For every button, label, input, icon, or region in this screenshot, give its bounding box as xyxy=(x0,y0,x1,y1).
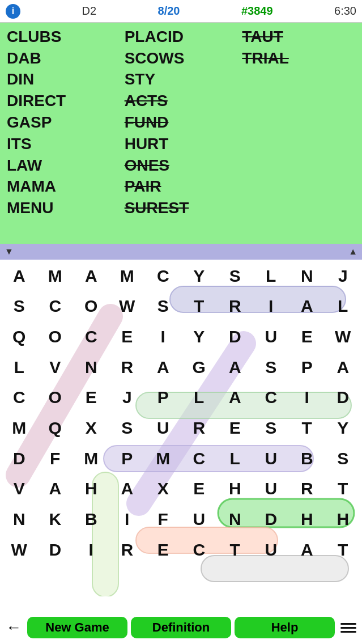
grid-cell[interactable]: R xyxy=(109,352,146,383)
grid-cell[interactable]: C xyxy=(1,383,37,413)
grid-cell[interactable]: L xyxy=(1,352,37,383)
grid-cell[interactable]: Q xyxy=(1,321,37,352)
grid-cell[interactable]: I xyxy=(73,535,109,565)
grid-cell[interactable]: U xyxy=(145,413,181,443)
grid-cell[interactable]: H xyxy=(325,504,361,535)
new-game-button[interactable]: New Game xyxy=(27,617,127,638)
grid-cell[interactable]: S xyxy=(1,291,37,322)
grid-cell[interactable]: C xyxy=(253,383,289,413)
grid-cell[interactable]: A xyxy=(145,352,181,383)
grid-cell[interactable]: S xyxy=(253,352,289,383)
grid-cell[interactable] xyxy=(181,565,218,595)
word-item[interactable] xyxy=(240,207,357,209)
definition-button[interactable]: Definition xyxy=(131,617,231,638)
grid-cell[interactable]: S xyxy=(253,413,289,443)
back-arrow-icon[interactable]: ← xyxy=(3,618,24,637)
word-item[interactable] xyxy=(240,100,357,101)
grid-cell[interactable]: B xyxy=(289,443,325,474)
grid-cell[interactable]: D xyxy=(217,321,253,352)
grid-cell[interactable]: N xyxy=(289,261,325,291)
grid-cell[interactable]: H xyxy=(73,473,109,504)
word-item[interactable]: MAMA xyxy=(5,177,122,196)
grid-cell[interactable]: D xyxy=(37,535,74,565)
grid-cell[interactable]: F xyxy=(37,443,74,474)
grid-cell[interactable]: X xyxy=(73,413,109,443)
grid-cell[interactable]: L xyxy=(325,291,361,322)
help-button[interactable]: Help xyxy=(235,617,335,638)
word-item[interactable]: ACTS xyxy=(122,91,240,111)
grid-cell[interactable]: Y xyxy=(181,261,218,291)
grid-cell[interactable] xyxy=(37,565,74,595)
grid-cell[interactable]: J xyxy=(109,383,146,413)
grid-cell[interactable]: I xyxy=(109,504,146,535)
grid-cell[interactable]: V xyxy=(37,352,74,383)
grid-cell[interactable]: A xyxy=(37,473,74,504)
grid-cell[interactable]: M xyxy=(37,261,74,291)
grid-cell[interactable]: I xyxy=(253,291,289,322)
grid-cell[interactable]: H xyxy=(217,473,253,504)
grid-cell[interactable]: T xyxy=(217,535,253,565)
word-item[interactable]: PAIR xyxy=(122,177,240,196)
grid-cell[interactable]: R xyxy=(217,291,253,322)
grid-cell[interactable] xyxy=(217,565,253,595)
word-item[interactable] xyxy=(240,143,357,145)
word-item[interactable]: CLUBS xyxy=(5,27,122,46)
word-item[interactable]: GASP xyxy=(5,113,122,132)
grid-cell[interactable]: U xyxy=(253,443,289,474)
grid-cell[interactable]: S xyxy=(109,413,146,443)
word-item[interactable]: LAW xyxy=(5,156,122,175)
grid-cell[interactable]: S xyxy=(145,291,181,322)
grid-cell[interactable]: N xyxy=(217,504,253,535)
grid-cell[interactable]: H xyxy=(289,504,325,535)
grid-cell[interactable]: D xyxy=(253,504,289,535)
grid-cell[interactable]: A xyxy=(217,383,253,413)
scroll-down-arrow[interactable]: ▼ xyxy=(5,247,14,257)
grid-cell[interactable]: K xyxy=(37,504,74,535)
grid-cell[interactable]: D xyxy=(1,443,37,474)
grid-cell[interactable]: S xyxy=(217,261,253,291)
grid-cell[interactable] xyxy=(145,565,181,595)
grid-cell[interactable]: T xyxy=(289,413,325,443)
grid-cell[interactable]: P xyxy=(289,352,325,383)
grid-cell[interactable]: L xyxy=(217,443,253,474)
word-item[interactable] xyxy=(240,186,357,187)
grid-cell[interactable]: Q xyxy=(37,413,74,443)
grid-cell[interactable]: F xyxy=(145,504,181,535)
grid-cell[interactable]: A xyxy=(73,261,109,291)
grid-cell[interactable]: T xyxy=(325,535,361,565)
word-item[interactable]: HURT xyxy=(122,134,240,154)
grid-cell[interactable]: J xyxy=(325,261,361,291)
grid-cell[interactable]: B xyxy=(73,504,109,535)
word-item[interactable]: PLACID xyxy=(122,27,240,46)
grid-cell[interactable]: A xyxy=(217,352,253,383)
grid-cell[interactable]: M xyxy=(73,443,109,474)
word-item[interactable]: DIRECT xyxy=(5,91,122,111)
grid-cell[interactable]: R xyxy=(289,473,325,504)
grid-cell[interactable]: M xyxy=(109,261,146,291)
grid-cell[interactable]: A xyxy=(289,291,325,322)
grid-cell[interactable]: A xyxy=(289,535,325,565)
grid-cell[interactable]: Y xyxy=(325,413,361,443)
grid-cell[interactable]: U xyxy=(253,473,289,504)
word-item[interactable]: TRIAL xyxy=(240,49,357,68)
grid-cell[interactable]: O xyxy=(73,291,109,322)
grid-cell[interactable] xyxy=(73,565,109,595)
grid-cell[interactable]: O xyxy=(37,321,74,352)
grid-cell[interactable]: N xyxy=(1,504,37,535)
grid-cell[interactable]: E xyxy=(73,383,109,413)
grid-cell[interactable]: A xyxy=(109,473,146,504)
grid-cell[interactable]: C xyxy=(181,535,218,565)
grid-cell[interactable] xyxy=(253,565,289,595)
word-item[interactable] xyxy=(240,165,357,166)
grid-cell[interactable]: G xyxy=(181,352,218,383)
grid-cell[interactable]: U xyxy=(253,321,289,352)
word-item[interactable]: STY xyxy=(122,70,240,89)
grid-cell[interactable]: U xyxy=(181,504,218,535)
grid-cell[interactable]: T xyxy=(181,291,218,322)
word-item[interactable]: DAB xyxy=(5,49,122,68)
grid-cell[interactable]: I xyxy=(145,321,181,352)
grid-cell[interactable]: X xyxy=(145,473,181,504)
grid-cell[interactable]: Y xyxy=(181,321,218,352)
scroll-up-arrow[interactable]: ▲ xyxy=(348,247,357,257)
grid-cell[interactable]: V xyxy=(1,473,37,504)
